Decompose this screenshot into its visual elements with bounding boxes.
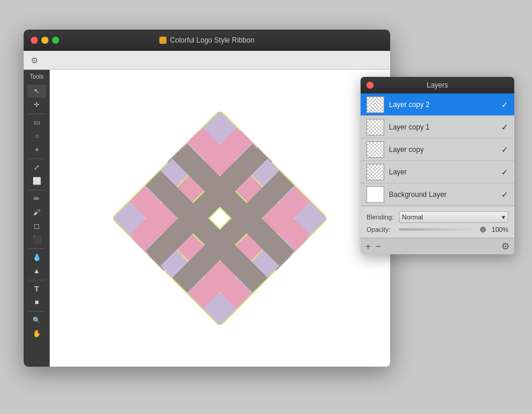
- remove-layer-button[interactable]: −: [375, 242, 381, 251]
- title-bar: Colorful Logo Style Ribbon: [24, 30, 390, 51]
- layer-item[interactable]: Layer ✓: [361, 161, 514, 183]
- opacity-row: Opacity: 100%: [366, 226, 508, 233]
- main-window: Colorful Logo Style Ribbon ⚙ Tools ↖ ✛ ▭…: [24, 30, 390, 367]
- layers-bottom: Blending: Normal ▾ Opacity: 100%: [361, 206, 514, 238]
- layer-item[interactable]: Layer copy 1 ✓: [361, 116, 514, 138]
- tool-divider-1: [28, 114, 45, 114]
- settings-button[interactable]: ⚙: [28, 54, 40, 66]
- tool-eyedropper[interactable]: 💧: [27, 251, 46, 264]
- tools-panel: Tools ↖ ✛ ▭ ○ ⌖ ⤢ ⬜ ✏ 🖌 ◻ ⬛ 💧 ▲ T ■ 🔍 ✋: [24, 70, 50, 367]
- tool-divider-5: [28, 280, 45, 280]
- layer-visibility-check: ✓: [501, 190, 508, 199]
- tool-text[interactable]: T: [27, 282, 46, 295]
- layer-thumbnail: [366, 141, 384, 158]
- layer-item[interactable]: Layer copy 2 ✓: [361, 93, 514, 116]
- layer-settings-button[interactable]: ⚙: [501, 242, 510, 251]
- layer-thumbnail: [366, 96, 384, 113]
- tool-divider-6: [28, 311, 45, 312]
- blending-row: Blending: Normal ▾: [366, 211, 508, 223]
- close-button[interactable]: [31, 37, 38, 44]
- tool-move[interactable]: ✛: [27, 98, 46, 111]
- opacity-slider[interactable]: [399, 228, 486, 231]
- layer-name: Layer: [389, 168, 501, 176]
- canvas-area[interactable]: [50, 70, 390, 367]
- tool-divider-2: [28, 159, 45, 159]
- layer-visibility-check: ✓: [501, 145, 508, 154]
- layer-item[interactable]: Layer copy ✓: [361, 138, 514, 161]
- maximize-button[interactable]: [52, 37, 59, 44]
- layers-close-button[interactable]: [366, 82, 374, 89]
- tool-ellipse[interactable]: ○: [27, 130, 46, 143]
- tool-divider-4: [28, 248, 45, 249]
- layer-thumbnail: [366, 186, 384, 203]
- window-content: Tools ↖ ✛ ▭ ○ ⌖ ⤢ ⬜ ✏ 🖌 ◻ ⬛ 💧 ▲ T ■ 🔍 ✋: [24, 70, 390, 367]
- tool-crop[interactable]: ⬜: [27, 174, 46, 187]
- tool-eraser[interactable]: ◻: [27, 219, 46, 232]
- layer-visibility-check: ✓: [501, 122, 508, 132]
- toolbar: ⚙: [24, 51, 390, 70]
- canvas-graphic: [113, 112, 326, 325]
- layers-header: Layers: [361, 77, 514, 93]
- tools-label: Tools: [30, 73, 43, 80]
- tool-pencil[interactable]: ✏: [27, 192, 46, 205]
- layers-list: Layer copy 2 ✓ Layer copy 1 ✓ Layer copy…: [361, 93, 514, 206]
- tool-lasso[interactable]: ⌖: [27, 143, 46, 156]
- blending-select[interactable]: Normal ▾: [399, 211, 508, 223]
- tool-divider-3: [28, 190, 45, 190]
- tool-gradient[interactable]: ▲: [27, 264, 46, 277]
- opacity-label: Opacity:: [366, 226, 399, 233]
- traffic-lights: [31, 37, 59, 44]
- opacity-value: 100%: [489, 226, 508, 233]
- layer-name: Layer copy 1: [389, 123, 501, 131]
- layers-panel: Layers Layer copy 2 ✓ Layer copy 1 ✓ Lay…: [361, 77, 514, 254]
- blending-label: Blending:: [366, 214, 399, 221]
- layer-thumbnail: [366, 119, 384, 135]
- tool-select[interactable]: ↖: [27, 85, 46, 98]
- tool-brush[interactable]: 🖌: [27, 206, 46, 219]
- layers-footer: + − ⚙: [361, 238, 514, 254]
- document-icon: [160, 37, 167, 44]
- layer-item[interactable]: Background Layer ✓: [361, 183, 514, 206]
- tool-rect-select[interactable]: ▭: [27, 116, 46, 129]
- layer-name: Layer copy: [389, 145, 501, 154]
- layer-name: Background Layer: [389, 190, 501, 199]
- window-title: Colorful Logo Style Ribbon: [160, 36, 255, 44]
- tool-hand[interactable]: ✋: [27, 327, 46, 340]
- tool-zoom[interactable]: 🔍: [27, 313, 46, 326]
- layer-visibility-check: ✓: [501, 167, 508, 177]
- minimize-button[interactable]: [41, 37, 48, 44]
- add-layer-button[interactable]: +: [365, 242, 371, 251]
- tool-transform[interactable]: ⤢: [27, 161, 46, 174]
- layer-thumbnail: [366, 164, 384, 180]
- layers-title: Layers: [427, 81, 448, 89]
- tool-fill[interactable]: ⬛: [27, 233, 46, 246]
- tool-shape[interactable]: ■: [27, 296, 46, 309]
- layer-name: Layer copy 2: [389, 101, 501, 109]
- layer-visibility-check: ✓: [501, 100, 508, 109]
